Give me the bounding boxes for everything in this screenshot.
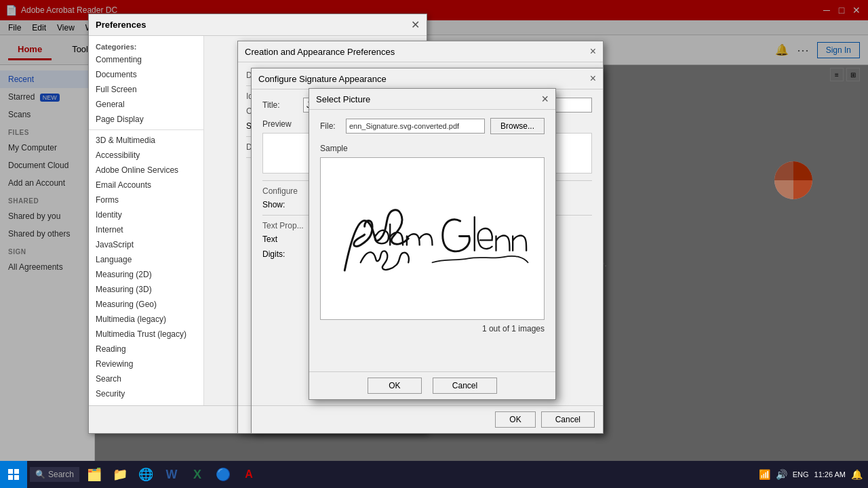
- select-picture-content: File: Browse... Sample: [309, 110, 555, 371]
- pref-cat-reading[interactable]: Reading: [89, 342, 203, 357]
- file-input[interactable]: [346, 119, 485, 134]
- taskbar-acrobat[interactable]: A: [237, 462, 261, 487]
- pref-cat-search[interactable]: Search: [89, 371, 203, 386]
- browse-button[interactable]: Browse...: [490, 118, 545, 134]
- taskbar-cortana[interactable]: 🗂️: [82, 462, 106, 487]
- notification-center-icon[interactable]: 🔔: [851, 469, 863, 480]
- creation-title: Creation and Appearance Preferences: [245, 47, 395, 57]
- categories-label: Categories:: [89, 39, 203, 52]
- select-picture-ok-button[interactable]: OK: [368, 378, 422, 394]
- start-button[interactable]: [0, 461, 27, 488]
- creation-close-button[interactable]: ×: [590, 45, 596, 58]
- search-label: Search: [48, 470, 74, 479]
- config-sig-title-bar: Configure Signature Appearance ×: [252, 68, 603, 89]
- pref-cat-full-screen[interactable]: Full Screen: [89, 82, 203, 97]
- taskbar-excel[interactable]: X: [185, 462, 210, 487]
- taskbar-word[interactable]: W: [159, 462, 184, 487]
- taskbar-time-display: 11:26 AM: [814, 470, 846, 479]
- taskbar-lang: ENG: [793, 470, 809, 479]
- pref-cat-multimedia[interactable]: Multimedia (legacy): [89, 312, 203, 327]
- select-picture-footer: OK Cancel: [309, 371, 555, 399]
- taskbar-search[interactable]: 🔍 Search: [30, 467, 79, 482]
- network-icon: 📶: [759, 469, 770, 480]
- svg-rect-4: [14, 475, 19, 480]
- config-sig-cancel-button[interactable]: Cancel: [541, 411, 595, 428]
- svg-rect-3: [8, 475, 13, 480]
- pref-cat-email-accounts[interactable]: Email Accounts: [89, 178, 203, 192]
- select-picture-dialog: Select Picture × File: Browse... Sample: [309, 88, 556, 400]
- pref-cat-adobe-online[interactable]: Adobe Online Services: [89, 163, 203, 178]
- file-label: File:: [320, 121, 340, 131]
- taskbar-clock: 11:26 AM: [814, 470, 846, 479]
- select-picture-title: Select Picture: [316, 94, 370, 104]
- pref-cat-identity[interactable]: Identity: [89, 207, 203, 222]
- preferences-close-button[interactable]: ✕: [411, 18, 420, 31]
- pref-cat-measuring-geo[interactable]: Measuring (Geo): [89, 297, 203, 312]
- preferences-categories: Categories: Commenting Documents Full Sc…: [89, 36, 204, 405]
- config-sig-title: Configure Signature Appearance: [258, 74, 387, 84]
- pref-cat-documents[interactable]: Documents: [89, 67, 203, 82]
- config-sig-footer: OK Cancel: [252, 405, 603, 433]
- taskbar-file-explorer[interactable]: 📁: [108, 462, 132, 487]
- pref-cat-forms[interactable]: Forms: [89, 192, 203, 207]
- acrobat-window: 📄 Adobe Acrobat Reader DC ─ □ ✕ File Edi…: [0, 0, 868, 461]
- pref-cat-multimedia-trust[interactable]: Multimedia Trust (legacy): [89, 327, 203, 342]
- preferences-title-bar: Preferences ✕: [89, 14, 427, 36]
- pref-cat-commenting[interactable]: Commenting: [89, 52, 203, 67]
- select-picture-cancel-button[interactable]: Cancel: [433, 378, 497, 394]
- pref-cat-measuring-3d[interactable]: Measuring (3D): [89, 282, 203, 297]
- digits-label: Digits:: [262, 249, 285, 259]
- taskbar-chrome[interactable]: 🔵: [211, 462, 235, 487]
- pref-cat-language[interactable]: Language: [89, 252, 203, 267]
- config-sig-close-button[interactable]: ×: [590, 73, 596, 85]
- text-label: Text: [262, 235, 277, 244]
- sample-box: [320, 157, 545, 320]
- svg-rect-1: [8, 469, 13, 474]
- pref-cat-measuring-2d[interactable]: Measuring (2D): [89, 267, 203, 282]
- taskbar-right: 📶 🔊 ENG 11:26 AM 🔔: [759, 469, 868, 480]
- volume-icon: 🔊: [776, 469, 787, 480]
- taskbar-app-icons: 🗂️ 📁 🌐 W X 🔵 A: [82, 462, 759, 487]
- select-picture-title-bar: Select Picture ×: [309, 89, 555, 110]
- file-row: File: Browse...: [320, 118, 545, 134]
- pref-cat-general[interactable]: General: [89, 97, 203, 112]
- select-picture-close-button[interactable]: ×: [541, 93, 549, 105]
- pref-cat-internet[interactable]: Internet: [89, 222, 203, 237]
- taskbar: 🔍 Search 🗂️ 📁 🌐 W X 🔵 A 📶 🔊 ENG 11:26 AM: [0, 461, 868, 488]
- pref-cat-divider: [89, 129, 203, 130]
- svg-rect-2: [14, 469, 19, 474]
- show-label: Show:: [262, 200, 285, 209]
- image-counter: 1 out of 1 images: [320, 324, 545, 333]
- windows-logo-icon: [8, 469, 19, 480]
- creation-title-bar: Creation and Appearance Preferences ×: [238, 41, 603, 62]
- taskbar-ie[interactable]: 🌐: [134, 462, 158, 487]
- search-icon: 🔍: [35, 470, 45, 479]
- pref-cat-security[interactable]: Security: [89, 386, 203, 401]
- config-sig-ok-button[interactable]: OK: [495, 411, 535, 428]
- title-field-label: Title:: [262, 100, 303, 110]
- signature-image: [321, 158, 544, 319]
- pref-cat-3d[interactable]: 3D & Multimedia: [89, 133, 203, 148]
- sample-label: Sample: [320, 144, 545, 153]
- pref-cat-page-display[interactable]: Page Display: [89, 112, 203, 127]
- pref-cat-reviewing[interactable]: Reviewing: [89, 357, 203, 371]
- pref-cat-accessibility[interactable]: Accessibility: [89, 148, 203, 163]
- pref-cat-javascript[interactable]: JavaScript: [89, 237, 203, 252]
- preferences-title: Preferences: [96, 20, 146, 30]
